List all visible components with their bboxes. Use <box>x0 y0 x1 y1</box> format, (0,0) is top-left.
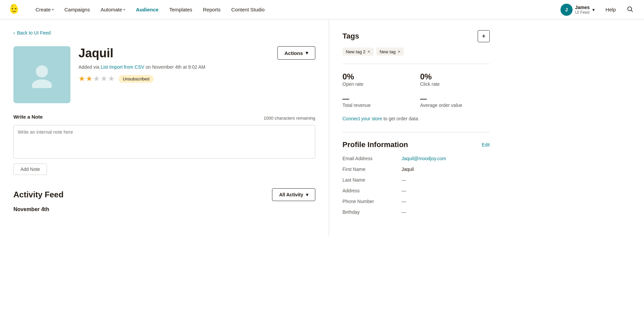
open-rate-stat: 0% Open rate <box>342 72 412 87</box>
tags-header: Tags + <box>342 30 490 42</box>
svg-point-2 <box>15 8 16 9</box>
profile-phone-value: — <box>401 199 406 204</box>
profile-lastname-value: — <box>401 177 406 183</box>
tag-remove-button[interactable]: × <box>368 49 370 54</box>
user-menu-button[interactable]: J James UI Feed ▾ <box>558 2 598 17</box>
divider <box>342 64 490 64</box>
total-revenue-label: Total revenue <box>342 103 412 108</box>
star-4: ★ <box>101 74 107 83</box>
tag-chip: New tag × <box>376 48 404 56</box>
actions-button[interactable]: Actions ▾ <box>277 46 315 60</box>
add-tag-button[interactable]: + <box>478 30 490 42</box>
tag-remove-button[interactable]: × <box>397 49 400 54</box>
nav-create[interactable]: Create ▾ <box>31 4 58 15</box>
profile-key: Phone Number <box>342 199 396 204</box>
chevron-down-icon: ▾ <box>306 50 308 56</box>
svg-point-5 <box>628 7 632 11</box>
profile-title: Profile Information <box>342 140 408 149</box>
nav-right: J James UI Feed ▾ Help <box>558 2 636 17</box>
svg-point-1 <box>12 8 13 9</box>
contact-info: Jaquil Added via List Import from CSV on… <box>78 46 315 83</box>
contact-avatar <box>13 46 70 103</box>
activity-date: November 4th <box>13 206 315 212</box>
note-section: Write a Note 1000 characters remaining A… <box>13 114 315 175</box>
sidebar: Tags + New tag 2 × New tag × 0% Open rat… <box>329 19 503 236</box>
profile-row-birthday: Birthday — <box>342 209 490 215</box>
chevron-down-icon: ▾ <box>52 8 54 11</box>
nav-automate[interactable]: Automate ▾ <box>96 4 130 15</box>
open-rate-label: Open rate <box>342 81 412 87</box>
profile-row-email: Email Address Jaquil@moodjoy.com <box>342 156 490 161</box>
avatar: J <box>560 4 573 16</box>
edit-profile-link[interactable]: Edit <box>482 142 490 147</box>
import-source-link[interactable]: List Import from CSV <box>101 64 144 70</box>
click-rate-stat: 0% Click rate <box>420 72 490 87</box>
open-rate-value: 0% <box>342 72 412 81</box>
note-header: Write a Note 1000 characters remaining <box>13 114 315 122</box>
star-5: ★ <box>108 74 115 83</box>
status-badge: Unsubscribed <box>119 75 154 83</box>
total-revenue-stat: — Total revenue <box>342 95 412 108</box>
profile-email-value: Jaquil@moodjoy.com <box>401 156 446 161</box>
star-3: ★ <box>93 74 100 83</box>
chevron-down-icon: ▾ <box>592 7 595 12</box>
topnav: Create ▾ Campaigns Automate ▾ Audience T… <box>0 0 644 19</box>
profile-key: Email Address <box>342 156 396 161</box>
profile-section: Profile Information Edit Email Address J… <box>342 140 490 215</box>
profile-row-lastname: Last Name — <box>342 177 490 183</box>
total-revenue-value: — <box>342 95 412 103</box>
profile-key: Last Name <box>342 177 396 183</box>
chevron-down-icon: ▾ <box>306 192 308 197</box>
back-arrow-icon: ‹ <box>13 30 15 36</box>
star-rating: ★ ★ ★ ★ ★ <box>78 74 115 83</box>
star-1: ★ <box>78 74 85 83</box>
nav-content-studio[interactable]: Content Studio <box>227 4 269 15</box>
nav-reports[interactable]: Reports <box>198 4 225 15</box>
svg-point-8 <box>32 79 52 88</box>
nav-templates[interactable]: Templates <box>165 4 197 15</box>
contact-header: Jaquil Added via List Import from CSV on… <box>13 46 315 103</box>
avg-order-value: — <box>420 95 490 103</box>
click-rate-value: 0% <box>420 72 490 81</box>
add-note-button[interactable]: Add Note <box>13 164 47 175</box>
profile-row-firstname: First Name Jaquil <box>342 167 490 172</box>
connect-store-text: Connect your store to get order data. <box>342 116 490 121</box>
contact-added: Added via List Import from CSV on Novemb… <box>78 64 205 70</box>
profile-birthday-value: — <box>401 209 406 215</box>
note-textarea[interactable] <box>13 125 315 158</box>
search-icon[interactable] <box>624 3 636 16</box>
nav-campaigns[interactable]: Campaigns <box>60 4 95 15</box>
connect-store-link[interactable]: Connect your store <box>342 116 382 121</box>
avg-order-stat: — Average order value <box>420 95 490 108</box>
tag-chip: New tag 2 × <box>342 48 374 56</box>
tag-label: New tag 2 <box>346 49 366 54</box>
nav-items: Create ▾ Campaigns Automate ▾ Audience T… <box>31 4 558 15</box>
avg-order-label: Average order value <box>420 103 490 108</box>
tags-list: New tag 2 × New tag × <box>342 48 490 56</box>
help-link[interactable]: Help <box>603 4 619 15</box>
activity-filter-button[interactable]: All Activity ▾ <box>272 188 315 201</box>
svg-line-6 <box>631 10 633 12</box>
breadcrumb[interactable]: ‹ Back to UI Feed <box>13 30 315 36</box>
page-body: ‹ Back to UI Feed Jaquil Added via List … <box>0 19 644 236</box>
profile-address-value: — <box>401 188 406 193</box>
profile-firstname-value: Jaquil <box>401 167 414 172</box>
main-content: ‹ Back to UI Feed Jaquil Added via List … <box>0 19 329 236</box>
profile-key: First Name <box>342 167 396 172</box>
chevron-down-icon: ▾ <box>123 8 125 11</box>
tag-label: New tag <box>380 49 396 54</box>
profile-row-address: Address — <box>342 188 490 193</box>
svg-point-4 <box>11 5 13 7</box>
svg-point-7 <box>36 65 48 77</box>
click-rate-label: Click rate <box>420 81 490 87</box>
activity-title: Activity Feed <box>13 190 63 199</box>
activity-header: Activity Feed All Activity ▾ <box>13 188 315 201</box>
nav-audience[interactable]: Audience <box>131 4 163 15</box>
tags-section: Tags + New tag 2 × New tag × 0% Open rat… <box>342 30 490 121</box>
profile-key: Address <box>342 188 396 193</box>
user-info: James UI Feed <box>575 5 590 15</box>
logo[interactable] <box>8 3 20 16</box>
divider <box>342 132 490 132</box>
contact-details: Jaquil Added via List Import from CSV on… <box>78 46 205 83</box>
profile-header: Profile Information Edit <box>342 140 490 149</box>
